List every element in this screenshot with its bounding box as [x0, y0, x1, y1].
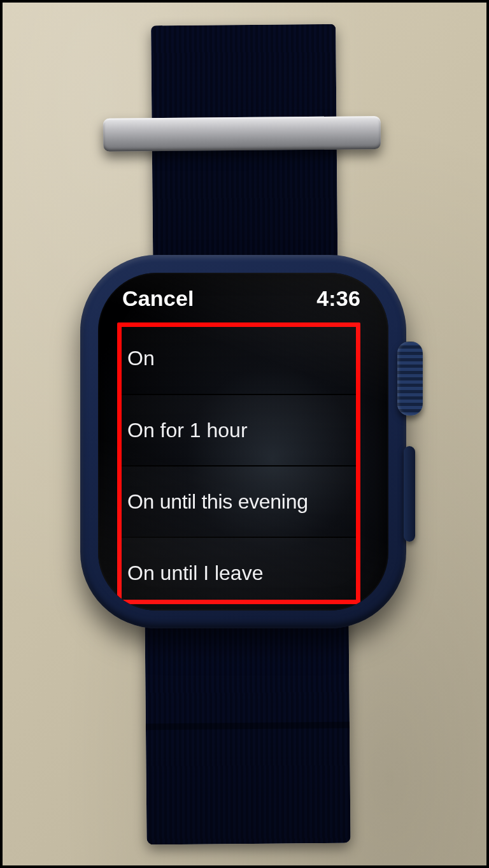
- option-label: On until I leave: [127, 561, 263, 585]
- option-on-until-i-leave[interactable]: On until I leave: [117, 537, 360, 608]
- option-label: On: [127, 347, 155, 370]
- status-bar: Cancel 4:36: [98, 280, 388, 316]
- side-button[interactable]: [404, 446, 415, 542]
- watch-case: Cancel 4:36 On On for 1 hour On until th…: [80, 255, 406, 628]
- photo-frame: Cancel 4:36 On On for 1 hour On until th…: [0, 0, 489, 868]
- watch-band-bottom: [145, 614, 350, 845]
- clock-time: 4:36: [316, 286, 360, 311]
- option-on[interactable]: On: [117, 322, 360, 394]
- focus-options-list: On On for 1 hour On until this evening O…: [117, 322, 360, 604]
- option-label: On for 1 hour: [127, 419, 248, 442]
- option-on-1-hour[interactable]: On for 1 hour: [117, 394, 360, 465]
- watch-buckle: [103, 116, 381, 152]
- option-on-until-evening[interactable]: On until this evening: [117, 465, 360, 537]
- digital-crown[interactable]: [397, 342, 423, 416]
- cancel-button[interactable]: Cancel: [122, 286, 194, 311]
- watch-screen: Cancel 4:36 On On for 1 hour On until th…: [98, 273, 388, 611]
- option-label: On until this evening: [127, 490, 308, 514]
